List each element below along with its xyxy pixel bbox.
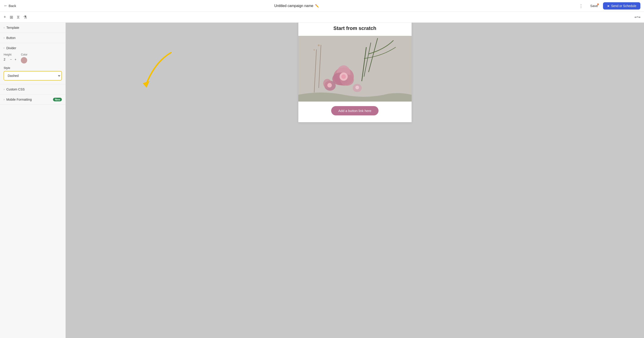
add-button[interactable]: + bbox=[4, 15, 6, 20]
redo-button[interactable]: ↪ bbox=[638, 15, 640, 19]
send-icon: ➤ bbox=[607, 4, 610, 8]
button-label: Button bbox=[6, 36, 16, 40]
button-section-toggle[interactable]: › Button bbox=[0, 33, 66, 43]
sidebar-toolbar: + ⊞ ⧖ ⚗ bbox=[0, 12, 66, 23]
svg-point-10 bbox=[341, 74, 346, 79]
cta-button[interactable]: Add a button link here bbox=[331, 106, 379, 115]
color-field-group: Color bbox=[21, 53, 28, 64]
button-chevron-icon: › bbox=[4, 36, 4, 40]
toolbar-left: + ⊞ ⧖ ⚗ bbox=[4, 15, 27, 20]
template-section-toggle[interactable]: › Template bbox=[0, 23, 66, 33]
filter-button[interactable]: ⧖ bbox=[17, 15, 20, 20]
mobile-formatting-row[interactable]: › Mobile Formatting New bbox=[0, 95, 66, 105]
height-field-group: Height 2 − + bbox=[4, 53, 17, 64]
custom-css-chevron-icon: › bbox=[4, 88, 4, 91]
arrow-annotation bbox=[132, 48, 178, 94]
style-select-wrapper: Solid Dashed Dotted bbox=[4, 71, 62, 81]
svg-marker-0 bbox=[143, 81, 150, 88]
height-color-row: Height 2 − + Color bbox=[4, 53, 62, 64]
svg-point-13 bbox=[327, 83, 332, 88]
template-section: › Template bbox=[0, 23, 66, 33]
button-section: › Button bbox=[0, 33, 66, 43]
style-dropdown-container: Style Solid Dashed Dotted bbox=[4, 66, 62, 81]
svg-point-15 bbox=[318, 45, 320, 46]
undo-button[interactable]: ↩ bbox=[634, 15, 638, 19]
mobile-formatting-label: Mobile Formatting bbox=[6, 98, 32, 101]
header-left: ← Back bbox=[4, 4, 16, 8]
email-title: Start from scratch bbox=[303, 25, 407, 31]
style-select[interactable]: Solid Dashed Dotted bbox=[4, 72, 61, 80]
divider-section-content: Height 2 − + Color Style bbox=[0, 53, 66, 84]
save-label: Save bbox=[590, 4, 598, 8]
save-button[interactable]: Save bbox=[587, 3, 600, 9]
height-value: 2 bbox=[4, 58, 8, 61]
height-label: Height bbox=[4, 53, 17, 56]
more-options-button[interactable]: ⋮ bbox=[577, 2, 585, 10]
mobile-formatting-chevron-icon: › bbox=[4, 98, 4, 101]
header-right: ⋮ Save ➤ Send or Schedule bbox=[577, 2, 640, 10]
height-input-row: 2 − + bbox=[4, 57, 17, 62]
email-image-block bbox=[298, 36, 412, 102]
custom-css-label: Custom CSS bbox=[6, 88, 25, 91]
divider-section: › Divider Height 2 − + Color bbox=[0, 43, 66, 84]
svg-point-17 bbox=[314, 49, 315, 51]
template-chevron-icon: › bbox=[4, 26, 4, 29]
mobile-formatting-left: › Mobile Formatting bbox=[4, 98, 32, 101]
header-center: Untitled campaign name ✏️ bbox=[274, 4, 319, 8]
color-swatch-button[interactable] bbox=[21, 57, 27, 64]
flask-button[interactable]: ⚗ bbox=[23, 15, 27, 20]
height-decrement-button[interactable]: − bbox=[9, 57, 13, 62]
back-arrow-icon: ← bbox=[4, 4, 8, 8]
send-or-schedule-button[interactable]: ➤ Send or Schedule bbox=[603, 2, 640, 10]
canvas-area: Start from scratch bbox=[66, 12, 644, 338]
layers-button[interactable]: ⊞ bbox=[10, 15, 13, 20]
divider-label: Divider bbox=[6, 46, 16, 50]
svg-point-19 bbox=[356, 86, 359, 89]
divider-section-toggle[interactable]: › Divider bbox=[0, 43, 66, 53]
style-label: Style bbox=[4, 66, 62, 70]
color-label: Color bbox=[21, 53, 28, 56]
campaign-title: Untitled campaign name bbox=[274, 4, 314, 8]
send-label: Send or Schedule bbox=[611, 4, 636, 8]
email-canvas: Start from scratch bbox=[298, 19, 412, 122]
custom-css-row[interactable]: › Custom CSS bbox=[0, 84, 66, 95]
height-increment-button[interactable]: + bbox=[14, 57, 17, 62]
back-label: Back bbox=[8, 4, 16, 8]
email-cta-block: Add a button link here bbox=[298, 102, 412, 122]
new-badge: New bbox=[53, 98, 62, 101]
back-button[interactable]: ← Back bbox=[4, 4, 16, 8]
app-header: ← Back Untitled campaign name ✏️ ⋮ Save … bbox=[0, 0, 644, 12]
template-label: Template bbox=[6, 26, 19, 30]
sidebar: + ⊞ ⧖ ⚗ › Template › Button › Divider bbox=[0, 12, 66, 338]
save-dot-indicator bbox=[597, 4, 599, 5]
canvas-toolbar-right: ↩ ↪ bbox=[66, 12, 644, 23]
main-layout: + ⊞ ⧖ ⚗ › Template › Button › Divider bbox=[0, 12, 644, 338]
custom-css-left: › Custom CSS bbox=[4, 88, 25, 91]
divider-chevron-icon: › bbox=[2, 48, 6, 49]
flower-image-placeholder bbox=[298, 36, 412, 102]
edit-icon[interactable]: ✏️ bbox=[315, 4, 319, 8]
